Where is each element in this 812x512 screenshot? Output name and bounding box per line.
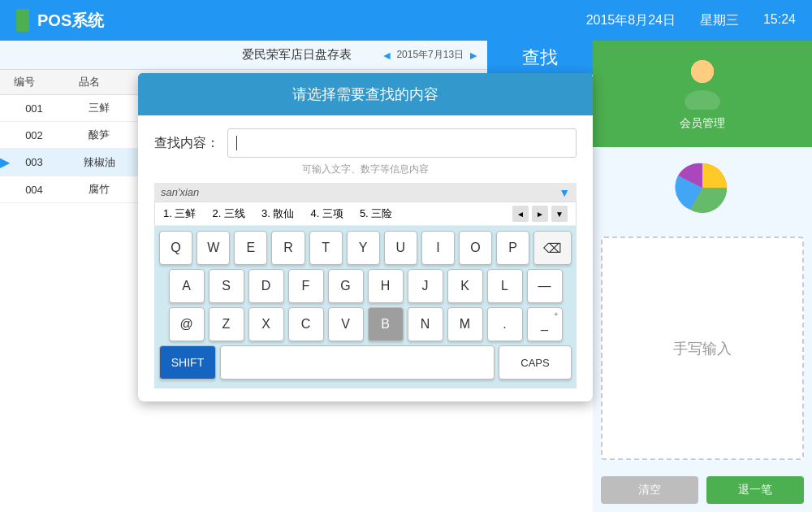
caps-key[interactable]: CAPS: [499, 345, 572, 380]
table-title: 爱民荣军店日盘存表: [242, 47, 352, 63]
row-no: 004: [10, 184, 58, 196]
key-m[interactable]: M: [447, 307, 483, 341]
member-label: 会员管理: [680, 116, 725, 131]
key-i[interactable]: I: [421, 231, 455, 265]
key-d[interactable]: D: [248, 269, 284, 303]
clear-button[interactable]: 清空: [601, 476, 698, 504]
undo-button[interactable]: 退一笔: [706, 476, 804, 504]
key-w[interactable]: W: [197, 231, 230, 265]
ime-next-btn[interactable]: ►: [532, 206, 548, 222]
date-nav: ◄ 2015年7月13日 ►: [382, 48, 479, 62]
member-management[interactable]: 会员管理: [593, 41, 812, 147]
key-p[interactable]: P: [496, 231, 529, 265]
find-button[interactable]: 查找: [487, 41, 593, 75]
ime-expand-btn[interactable]: ▼: [551, 206, 568, 222]
time-display: 15:24: [763, 12, 796, 29]
logo-icon: [16, 9, 29, 32]
date-display: 2015年7月13日: [396, 48, 464, 62]
date-prev-arrow[interactable]: ◄: [382, 49, 393, 62]
key-g[interactable]: G: [328, 269, 364, 303]
key-b[interactable]: B: [368, 307, 404, 341]
key-k[interactable]: K: [447, 269, 483, 303]
key-t[interactable]: T: [309, 231, 343, 265]
date-display: 2015年8月24日: [586, 12, 676, 29]
keyboard-row-3: @ Z X C V B N M . + _: [159, 307, 572, 341]
key-l[interactable]: L: [487, 269, 523, 303]
search-hint: 可输入文字、数字等信息内容: [154, 163, 577, 176]
weekday-display: 星期三: [700, 12, 739, 29]
table-top-bar: 爱民荣军店日盘存表 ◄ 2015年7月13日 ► 查找: [0, 41, 593, 70]
key-n[interactable]: N: [408, 307, 443, 341]
row-name: 酸笋: [58, 128, 140, 142]
search-input[interactable]: [227, 128, 577, 158]
key-period[interactable]: .: [487, 307, 523, 341]
date-next-arrow[interactable]: ►: [468, 49, 479, 62]
row-no: 002: [10, 129, 58, 141]
ime-input-row: san'xian ▼: [154, 183, 577, 202]
key-r[interactable]: R: [271, 231, 304, 265]
candidate-4[interactable]: 4. 三项: [310, 206, 343, 221]
key-y[interactable]: Y: [347, 231, 380, 265]
pie-chart: [674, 159, 731, 216]
svg-point-2: [691, 60, 714, 83]
space-key[interactable]: [220, 345, 495, 380]
key-a[interactable]: A: [169, 269, 205, 303]
candidate-5[interactable]: 5. 三险: [360, 206, 392, 221]
chart-section: [593, 147, 812, 228]
key-z[interactable]: Z: [209, 307, 244, 341]
key-f[interactable]: F: [288, 269, 324, 303]
col-header-name: 品名: [49, 75, 130, 89]
key-h[interactable]: H: [368, 269, 404, 303]
ime-dropdown-arrow[interactable]: ▼: [559, 186, 570, 199]
row-name: 三鲜: [58, 101, 140, 115]
header: POS系统 2015年8月24日 星期三 15:24: [0, 0, 812, 41]
key-c[interactable]: C: [288, 307, 324, 341]
key-e[interactable]: E: [234, 231, 267, 265]
logo-text: POS系统: [37, 10, 104, 32]
avatar: [678, 57, 727, 110]
right-panel: 会员管理 手写输入 清空 退一笔: [593, 41, 812, 512]
search-dialog: 请选择需要查找的内容 查找内容： 可输入文字、数字等信息内容 san'xian …: [138, 73, 593, 401]
key-backspace[interactable]: ⌫: [533, 231, 572, 265]
row-name: 腐竹: [58, 182, 140, 197]
logo: POS系统: [16, 9, 104, 32]
keyboard: Q W E R T Y U I O P ⌫ A: [154, 226, 577, 388]
handwrite-section[interactable]: 手写输入: [601, 236, 804, 460]
header-datetime: 2015年8月24日 星期三 15:24: [586, 12, 796, 29]
search-label: 查找内容：: [154, 135, 219, 152]
candidate-2[interactable]: 2. 三线: [212, 206, 244, 221]
key-o[interactable]: O: [459, 231, 492, 265]
key-x[interactable]: X: [248, 307, 284, 341]
text-cursor: [236, 136, 237, 150]
dialog-body: 查找内容： 可输入文字、数字等信息内容 san'xian ▼ 1. 三鲜 2. …: [138, 115, 593, 401]
key-underscore[interactable]: + _: [527, 307, 563, 341]
search-row: 查找内容：: [154, 128, 577, 158]
row-no: 003: [10, 156, 58, 168]
handwrite-label: 手写输入: [673, 339, 732, 358]
right-bottom-buttons: 清空 退一笔: [593, 468, 812, 512]
ime-input-display: san'xian: [161, 186, 199, 198]
key-v[interactable]: V: [328, 307, 364, 341]
keyboard-row-1: Q W E R T Y U I O P ⌫: [159, 231, 572, 265]
ime-prev-btn[interactable]: ◄: [512, 206, 529, 222]
ime-candidates: 1. 三鲜 2. 三线 3. 散仙 4. 三项 5. 三险 ◄ ► ▼: [154, 202, 577, 226]
row-no: 001: [10, 102, 58, 115]
key-s[interactable]: S: [209, 269, 244, 303]
keyboard-row-4: SHIFT CAPS: [159, 345, 572, 380]
ime-nav: ◄ ► ▼: [512, 206, 568, 222]
key-at[interactable]: @: [169, 307, 205, 341]
main-container: 爱民荣军店日盘存表 ◄ 2015年7月13日 ► 查找 编号 品名 单位 剩余 …: [0, 41, 812, 512]
key-u[interactable]: U: [384, 231, 417, 265]
keyboard-row-2: A S D F G H J K L —: [159, 269, 572, 303]
dialog-title: 请选择需要查找的内容: [138, 73, 593, 115]
col-header-no: 编号: [0, 75, 49, 89]
shift-key[interactable]: SHIFT: [159, 345, 216, 380]
candidate-1[interactable]: 1. 三鲜: [163, 206, 196, 221]
candidate-3[interactable]: 3. 散仙: [261, 206, 294, 221]
left-panel: 爱民荣军店日盘存表 ◄ 2015年7月13日 ► 查找 编号 品名 单位 剩余 …: [0, 41, 593, 512]
row-name: 辣椒油: [58, 155, 140, 170]
key-dash[interactable]: —: [527, 269, 563, 303]
svg-point-1: [685, 90, 720, 110]
key-q[interactable]: Q: [159, 231, 192, 265]
key-j[interactable]: J: [408, 269, 443, 303]
